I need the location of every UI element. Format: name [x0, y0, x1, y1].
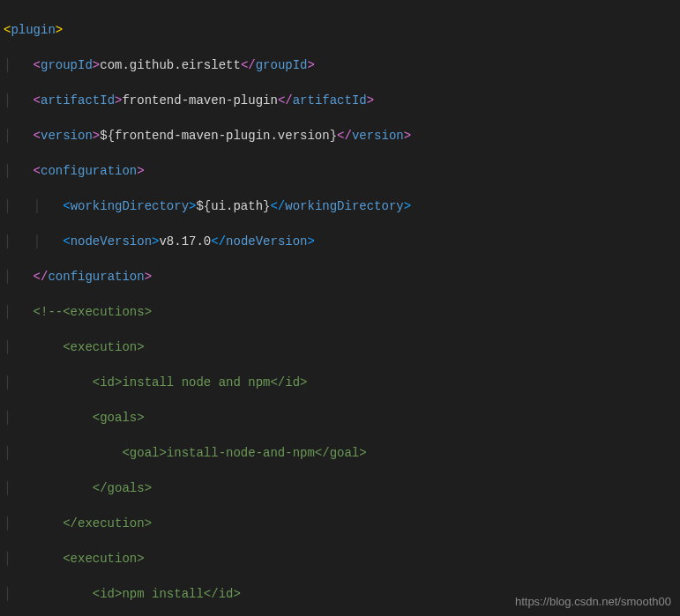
indent-guide: │	[4, 375, 34, 390]
bracket: >	[93, 58, 100, 72]
code-line[interactable]: │ <goals>	[0, 409, 680, 427]
bracket: >	[404, 129, 411, 143]
xml-tag: plugin	[11, 23, 55, 37]
xml-text: ${frontend-maven-plugin.version}	[100, 129, 337, 143]
bracket: <	[34, 93, 41, 108]
xml-tag: workingDirectory	[285, 199, 403, 213]
bracket: </	[241, 58, 256, 72]
xml-text: v8.17.0	[159, 234, 211, 249]
bracket: <	[63, 199, 70, 213]
code-line[interactable]: │ </goals>	[0, 479, 680, 497]
bracket: >	[308, 58, 315, 72]
bracket: <	[34, 58, 41, 72]
indent-guide: │	[4, 58, 34, 72]
code-line[interactable]: │ <id>install node and npm</id>	[0, 374, 680, 391]
bracket: >	[93, 129, 100, 143]
xml-tag: artifactId	[293, 93, 367, 108]
indent-guide: │	[4, 93, 34, 108]
code-line[interactable]: │ │ <nodeVersion>v8.17.0</nodeVersion>	[0, 233, 680, 250]
xml-comment: <execution>	[34, 552, 145, 566]
xml-text: frontend-maven-plugin	[122, 93, 277, 108]
xml-tag: groupId	[256, 58, 308, 72]
xml-comment: <goal>install-node-and-npm</goal>	[34, 446, 367, 460]
xml-tag: version	[352, 129, 404, 143]
indent-guide: │	[4, 587, 34, 601]
xml-comment: <id>npm install</id>	[34, 587, 241, 601]
bracket: </	[270, 199, 285, 213]
xml-comment: <execution>	[34, 340, 145, 354]
bracket: >	[137, 164, 144, 178]
xml-tag: configuration	[48, 270, 144, 284]
bracket: </	[34, 270, 49, 284]
code-line[interactable]: │ </execution>	[0, 515, 680, 532]
indent-guide: │ │	[4, 234, 63, 249]
xml-tag: nodeVersion	[71, 234, 152, 249]
bracket: <	[34, 129, 41, 143]
indent-guide: │	[4, 411, 34, 425]
bracket: </	[337, 129, 352, 143]
code-line[interactable]: │ <artifactId>frontend-maven-plugin</art…	[0, 92, 680, 109]
bracket: >	[56, 23, 63, 37]
code-line[interactable]: │ <!--<executions>	[0, 303, 680, 321]
code-line[interactable]: │ <configuration>	[0, 162, 680, 180]
indent-guide: │	[4, 270, 34, 284]
bracket: </	[278, 93, 293, 108]
indent-guide: │	[4, 129, 34, 143]
code-line[interactable]: │ <version>${frontend-maven-plugin.versi…	[0, 127, 680, 145]
bracket: >	[404, 199, 411, 213]
code-editor[interactable]: <plugin> │ <groupId>com.github.eirslett<…	[0, 0, 680, 616]
indent-guide: │	[4, 481, 34, 495]
indent-guide: │	[4, 164, 34, 178]
indent-guide: │ │	[4, 199, 63, 213]
indent-guide: │	[4, 446, 34, 460]
indent-guide: │	[4, 305, 34, 319]
xml-tag: version	[41, 129, 93, 143]
code-line[interactable]: │ </configuration>	[0, 268, 680, 286]
xml-tag: groupId	[41, 58, 93, 72]
watermark-text: https://blog.csdn.net/smooth00	[515, 593, 671, 611]
bracket: >	[145, 270, 152, 284]
bracket: <	[63, 234, 70, 249]
xml-comment: </execution>	[34, 516, 152, 531]
indent-guide: │	[4, 552, 34, 566]
xml-comment: <!--<executions>	[34, 305, 152, 319]
xml-comment: </goals>	[34, 481, 152, 495]
xml-tag: nodeVersion	[226, 234, 307, 249]
xml-tag: workingDirectory	[71, 199, 189, 213]
indent-guide: │	[4, 340, 34, 354]
code-line[interactable]: │ <execution>	[0, 338, 680, 356]
code-line[interactable]: │ <goal>install-node-and-npm</goal>	[0, 444, 680, 462]
indent-guide: │	[4, 516, 34, 531]
bracket: >	[308, 234, 315, 249]
bracket: <	[34, 164, 41, 178]
code-line[interactable]: │ <execution>	[0, 550, 680, 568]
code-line[interactable]: │ <groupId>com.github.eirslett</groupId>	[0, 56, 680, 74]
code-line[interactable]: │ │ <workingDirectory>${ui.path}</workin…	[0, 197, 680, 215]
bracket: </	[211, 234, 226, 249]
xml-comment: <id>install node and npm</id>	[34, 375, 308, 390]
xml-tag: configuration	[41, 164, 137, 178]
xml-tag: artifactId	[41, 93, 115, 108]
code-line[interactable]: <plugin>	[0, 21, 680, 39]
bracket: >	[367, 93, 374, 108]
xml-comment: <goals>	[34, 411, 145, 425]
xml-text: com.github.eirslett	[100, 58, 241, 72]
xml-text: ${ui.path}	[196, 199, 270, 213]
